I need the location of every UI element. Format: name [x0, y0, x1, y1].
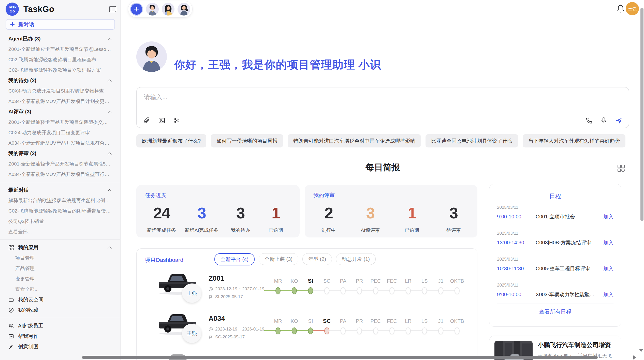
- recent-chat-item[interactable]: 公司Q3轻卡销量: [0, 216, 120, 227]
- layout-grid-icon[interactable]: [617, 164, 625, 172]
- project-row[interactable]: 王强 A034 2023-12-19 ~ 2026-01-19 SC-2025-…: [137, 309, 477, 348]
- greeting-text: 你好，王强，我是你的项目管理助理 小识: [174, 57, 381, 72]
- milestone-dot-pending: [389, 327, 394, 334]
- view-all-schedule-link[interactable]: 查看所有日程: [497, 304, 613, 320]
- apps-view-all[interactable]: 查看全部...: [0, 284, 120, 294]
- chat-input[interactable]: [143, 93, 623, 113]
- suggestion-chip[interactable]: 比亚迪全固态电池计划具体说了什么: [426, 134, 518, 147]
- project-row[interactable]: 王强 Z001 2023-12-19 ~ 2027-01-19 SI-2025-…: [137, 269, 477, 308]
- phone-call-icon[interactable]: [586, 117, 593, 124]
- app-item-product-mgmt[interactable]: 产品管理: [0, 263, 120, 274]
- task-item[interactable]: C02-飞腾新能源轻客改款项目立项汇报方案: [0, 65, 120, 75]
- milestone-pr: PR: [351, 269, 368, 299]
- task-item[interactable]: C0X4-动力总成开发项目工程变更评审: [0, 127, 120, 138]
- notification-bell-icon[interactable]: [616, 4, 625, 14]
- favorites-label: 我的收藏: [18, 307, 38, 313]
- milestone-label: J1: [433, 278, 449, 284]
- write-icon: [8, 334, 14, 339]
- quick-agents-pill: [128, 1, 193, 18]
- project-owner-badge: 王强: [182, 283, 201, 303]
- task-item[interactable]: C02-飞腾新能源轻客改款项目里程碑画布: [0, 54, 120, 65]
- task-item[interactable]: Z001-全新燃油轻卡产品开发项目SI造型提交物评审: [0, 117, 120, 127]
- tab-powertrain[interactable]: 动总开发 (1): [336, 253, 376, 265]
- sidebar-item-cloud-space[interactable]: 我的云空间: [0, 294, 120, 305]
- recent-view-all[interactable]: 查看全部...: [0, 227, 120, 237]
- scroll-down-arrow[interactable]: [639, 349, 643, 352]
- agent-avatar[interactable]: [162, 3, 174, 16]
- milestone-pec: PEC: [368, 309, 384, 340]
- recent-chat-item[interactable]: 解释最新出台的欧盟报废车法规再生塑料比例被调至15%...: [0, 195, 120, 206]
- logo-line-2: Go: [10, 9, 15, 13]
- join-link[interactable]: 加入: [603, 291, 613, 298]
- milestone-label: LS: [416, 278, 433, 284]
- app-item-project-mgmt[interactable]: 项目管理: [0, 253, 120, 263]
- section-title: Agent已办 (3): [8, 35, 41, 42]
- chevron-up-icon: [108, 79, 112, 82]
- news-title: 小鹏飞行汽车制造公司增资: [538, 341, 616, 349]
- task-item[interactable]: A034-全新新能源MUV产品开发项目计划变更表编写: [0, 96, 120, 107]
- task-item[interactable]: A034-全新新能源MUV产品开发项目法规符合性评审: [0, 138, 120, 148]
- section-my-review[interactable]: 我的评审 (2): [0, 148, 120, 159]
- image-icon[interactable]: [158, 117, 165, 124]
- agent-avatar[interactable]: [178, 3, 190, 16]
- milestone-dot-pending: [357, 287, 362, 294]
- project-owner-badge: 王强: [182, 324, 201, 343]
- user-avatar[interactable]: 王强: [626, 2, 639, 15]
- flag-icon: [209, 335, 213, 339]
- chat-composer: [136, 87, 629, 128]
- milestone-sc: SC: [319, 269, 335, 299]
- vertical-scrollbar[interactable]: [640, 8, 643, 221]
- milestone-label: FEC: [384, 278, 400, 284]
- sidebar-item-help-write[interactable]: 帮我写作: [0, 331, 120, 341]
- section-my-todo[interactable]: 我的待办 (2): [0, 75, 120, 86]
- horizontal-scrollbar[interactable]: [82, 356, 598, 359]
- divider: [0, 239, 120, 240]
- people-icon: [8, 323, 14, 329]
- milestone-j1: J1: [433, 309, 449, 340]
- section-agent-done[interactable]: Agent已办 (3): [0, 34, 120, 44]
- milestone-ko: KO: [286, 269, 302, 299]
- suggestion-chip[interactable]: 特朗普可能对进口汽车增税会对中国车企造成哪些影响: [288, 134, 421, 147]
- section-my-apps[interactable]: 我的应用: [0, 242, 120, 253]
- recent-chat-item[interactable]: C02-飞腾新能源轻客改款项目的闭环通告反馈情况: [0, 206, 120, 216]
- tab-model-year[interactable]: 年型 (2): [302, 253, 332, 265]
- milestone-pa: PA: [335, 309, 351, 340]
- task-item[interactable]: Z001-全新燃油皮卡产品开发项目SI节点Lesson Learn报告: [0, 44, 120, 54]
- suggestion-chip[interactable]: 欧洲新规最近颁布了什么?: [136, 134, 206, 147]
- sidebar-item-creative-draw[interactable]: 创意制图: [0, 341, 120, 352]
- send-icon[interactable]: [615, 117, 622, 124]
- task-item[interactable]: C0X4-动力总成开发项目SI里程碑提交物检查: [0, 86, 120, 96]
- section-title: AI评审 (3): [8, 108, 31, 115]
- sidebar-item-favorites[interactable]: 我的收藏: [0, 305, 120, 315]
- milestone-label: PEC: [368, 278, 384, 284]
- suggestion-chip[interactable]: 如何写一份清晰的项目周报: [211, 134, 283, 147]
- join-link[interactable]: 加入: [603, 239, 613, 246]
- scroll-right-arrow[interactable]: [633, 355, 636, 359]
- scissors-icon[interactable]: [173, 117, 180, 124]
- milestone-dot-pending: [422, 327, 427, 334]
- sidebar-collapse-icon[interactable]: [109, 6, 116, 13]
- schedule-date: 2025/03/11: [497, 231, 613, 236]
- metric-value: 3: [236, 204, 244, 222]
- join-link[interactable]: 加入: [603, 213, 613, 220]
- task-item[interactable]: Z001-全新燃油轻卡产品开发项目SI节点属性5D文件评审: [0, 159, 120, 169]
- microphone-icon[interactable]: [600, 117, 607, 124]
- tab-upfit[interactable]: 全新上装 (3): [259, 253, 298, 265]
- agent-avatar[interactable]: [146, 3, 159, 16]
- tab-platform[interactable]: 全新平台 (4): [214, 253, 255, 265]
- app-item-change-mgmt[interactable]: 变更管理: [0, 274, 120, 284]
- add-agent-button[interactable]: [130, 3, 143, 16]
- join-link[interactable]: 加入: [603, 265, 613, 272]
- metrics-row: 24 新增完成任务 3 新增AI完成任务 3 我的待办 1 已逾期: [145, 204, 291, 234]
- owner-name: 王强: [187, 290, 197, 297]
- task-item[interactable]: A034-全新新能源MUV产品开发项目造型可行性评审: [0, 169, 120, 179]
- sidebar-item-ai-staff[interactable]: AI超级员工: [0, 321, 120, 331]
- new-chat-button[interactable]: 新对话: [6, 19, 115, 30]
- milestone-fec: FEC: [384, 269, 400, 299]
- section-recent-chats[interactable]: 最近对话: [0, 185, 120, 195]
- section-title: 最近对话: [8, 187, 29, 193]
- attachment-icon[interactable]: [143, 117, 151, 124]
- suggestion-chip[interactable]: 当下年轻人对汽车外观有怎样的喜好趋势: [523, 134, 625, 147]
- section-ai-review[interactable]: AI评审 (3): [0, 107, 120, 117]
- next-node: SI-2025-05-17: [215, 294, 243, 299]
